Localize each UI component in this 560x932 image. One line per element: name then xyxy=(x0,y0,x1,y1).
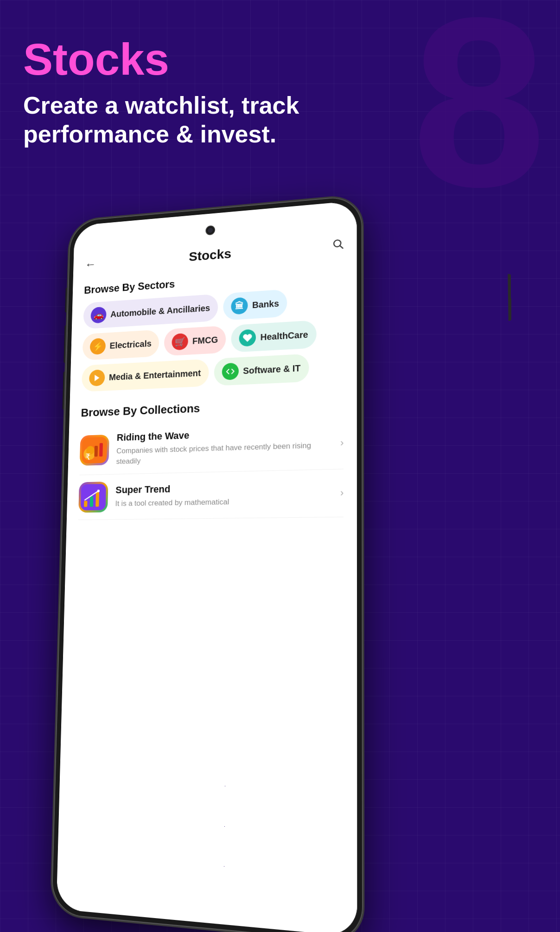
wave-text: Riding the Wave Companies with stock pri… xyxy=(116,425,331,467)
collections-heading: Browse By Collections xyxy=(81,396,344,420)
phone-mockup: ← Stocks Browse By Sectors xyxy=(46,190,501,932)
back-button[interactable]: ← xyxy=(84,257,96,272)
phone-frame: ← Stocks Browse By Sectors xyxy=(51,195,363,932)
svg-rect-12 xyxy=(95,492,99,507)
trend-desc: It is a tool created by mathematical xyxy=(115,495,331,509)
svg-marker-2 xyxy=(95,374,100,381)
wave-icon: ₹ xyxy=(80,435,109,466)
svg-rect-10 xyxy=(84,501,87,507)
sector-chip-fmcg[interactable]: 🛒 FMCG xyxy=(164,326,226,356)
screen-content: ← Stocks Browse By Sectors xyxy=(56,200,357,932)
collections-section: Browse By Collections ₹ xyxy=(67,384,357,524)
software-icon xyxy=(222,363,239,380)
media-icon xyxy=(89,369,105,386)
banks-label: Banks xyxy=(252,298,279,310)
elec-icon: ⚡ xyxy=(90,338,106,355)
auto-icon: 🚗 xyxy=(90,307,106,324)
sector-chip-electricals[interactable]: ⚡ Electricals xyxy=(83,329,159,360)
fmcg-label: FMCG xyxy=(192,334,218,346)
svg-rect-11 xyxy=(90,496,94,507)
trend-arrow: › xyxy=(340,487,344,499)
page-title: Stocks xyxy=(23,37,311,82)
sector-chip-banks[interactable]: 🏛 Banks xyxy=(223,289,287,321)
health-icon xyxy=(239,329,256,347)
sector-chip-software[interactable]: Software & IT xyxy=(214,354,309,386)
svg-rect-5 xyxy=(94,446,98,457)
wave-arrow: › xyxy=(340,437,344,449)
auto-label: Automobile & Ancillaries xyxy=(110,303,210,319)
svg-line-1 xyxy=(340,245,343,248)
elec-label: Electricals xyxy=(109,338,152,350)
phone-screen: ← Stocks Browse By Sectors xyxy=(56,200,357,932)
trend-name: Super Trend xyxy=(115,480,332,496)
fmcg-icon: 🛒 xyxy=(172,333,188,351)
trend-text: Super Trend It is a tool created by math… xyxy=(115,480,331,509)
software-label: Software & IT xyxy=(243,363,300,376)
health-label: HealthCare xyxy=(261,329,308,342)
wave-desc: Companies with stock prices that have re… xyxy=(116,440,331,467)
header-section: Stocks Create a watchlist, track perform… xyxy=(23,37,311,149)
sector-chip-healthcare[interactable]: HealthCare xyxy=(231,320,316,353)
screen-title: Stocks xyxy=(189,246,231,264)
search-button[interactable] xyxy=(332,238,344,253)
sectors-grid: 🚗 Automobile & Ancillaries 🏛 Banks ⚡ xyxy=(82,285,344,392)
sector-chip-media[interactable]: Media & Entertainment xyxy=(82,359,209,392)
banks-icon: 🏛 xyxy=(231,297,248,315)
svg-rect-6 xyxy=(99,443,103,456)
collection-item-wave[interactable]: ₹ Riding the Wave Companies with stock p… xyxy=(79,417,344,475)
media-label: Media & Entertainment xyxy=(109,368,201,382)
sector-chip-auto[interactable]: 🚗 Automobile & Ancillaries xyxy=(83,294,218,329)
svg-text:₹: ₹ xyxy=(85,452,90,462)
sectors-section: Browse By Sectors 🚗 Automobile & Ancilla… xyxy=(70,256,357,397)
camera-lens xyxy=(208,227,213,233)
phone-outer: ← Stocks Browse By Sectors xyxy=(51,182,518,932)
collection-item-trend[interactable]: Super Trend It is a tool created by math… xyxy=(78,469,344,520)
page-subtitle: Create a watchlist, track performance & … xyxy=(23,91,311,149)
trend-icon xyxy=(78,482,108,513)
